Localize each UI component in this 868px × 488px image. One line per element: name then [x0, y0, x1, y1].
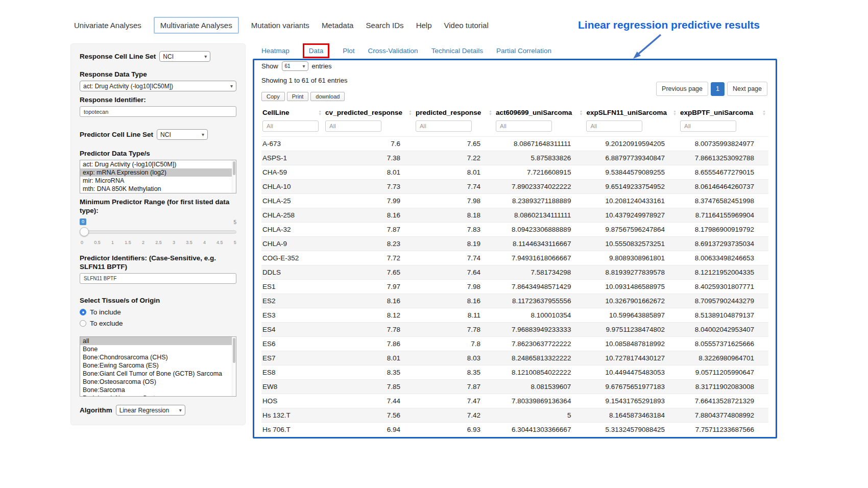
cell-predicted-response: 7.98: [415, 194, 495, 208]
show-entries-select[interactable]: 61 ▾: [282, 61, 308, 71]
cell-expslfn11: 8.1645873463184: [585, 408, 679, 423]
results-table: CellLine ▲▼ cv_predicted_response ▲▼ pre…: [261, 106, 768, 436]
chevron-down-icon: ▾: [204, 54, 207, 59]
cell-expslfn11: 9.53844579089255: [585, 165, 679, 180]
scrollbar[interactable]: [232, 337, 236, 396]
cell-expbptf: 8.00735993824977: [679, 137, 768, 151]
cell-predicted-response: 7.74: [415, 251, 495, 265]
list-option[interactable]: all: [80, 337, 236, 345]
nav-item-mutation-variants[interactable]: Mutation variants: [251, 21, 309, 30]
nav-item-metadata[interactable]: Metadata: [322, 21, 354, 30]
column-header-label: expSLFN11_uniSarcoma: [586, 109, 667, 116]
cell-expbptf: 8.17986900919792: [679, 223, 768, 237]
nav-item-univariate-analyses[interactable]: Univariate Analyses: [74, 21, 141, 30]
nav-item-search-ids[interactable]: Search IDs: [366, 21, 403, 30]
nav-item-multivariate-analyses[interactable]: Multivariate Analyses: [154, 17, 239, 34]
cell-cv-predicted-response: 7.73: [324, 180, 415, 194]
tab-partial-correlation[interactable]: Partial Correlation: [496, 47, 551, 55]
filter-input-cellline[interactable]: [262, 120, 319, 132]
predictor-data-types-listbox[interactable]: act: Drug Activity (-log10[IC50M]) exp: …: [80, 160, 236, 193]
tissue-exclude-radio[interactable]: To exclude: [80, 320, 236, 327]
list-option[interactable]: Bone: [80, 345, 236, 353]
scrollbar-thumb[interactable]: [233, 161, 235, 175]
slider-track[interactable]: [80, 230, 236, 234]
column-header-predicted-response[interactable]: predicted_response ▲▼: [415, 106, 495, 119]
cell-predicted-response: 8.11: [415, 308, 495, 323]
tab-data[interactable]: Data: [303, 43, 330, 58]
list-option[interactable]: Bone:Chondrosarcoma (CHS): [80, 353, 236, 361]
cell-expbptf: 8.31711902083008: [679, 380, 768, 394]
copy-button[interactable]: Copy: [261, 92, 285, 101]
tab-cross-validation[interactable]: Cross-Validation: [368, 47, 418, 55]
cell-cellline: ES7: [261, 351, 324, 365]
cell-expslfn11: 9.8089308961801: [585, 251, 679, 265]
predictor-cell-line-set-select[interactable]: NCI ▾: [157, 129, 208, 140]
list-option[interactable]: Bone:Giant Cell Tumor of Bone (GCTB) Sar…: [80, 370, 236, 378]
sort-icon: ▲▼: [318, 110, 322, 116]
cell-cellline: ES3: [261, 308, 324, 323]
response-identifier-input[interactable]: [80, 106, 236, 117]
cell-act609699: 8.12100854022222: [495, 365, 585, 380]
filter-input-expslfn11[interactable]: [586, 120, 642, 132]
filter-input-cv-predicted-response[interactable]: [325, 120, 381, 132]
tab-heatmap[interactable]: Heatmap: [261, 47, 290, 55]
cell-cellline: ES8: [261, 365, 324, 380]
filter-input-act609699[interactable]: [496, 120, 552, 132]
table-row: Hs 706.T 6.94 6.93 6.30441303366667 5.31…: [261, 423, 768, 437]
column-header-act609699-unisarcoma[interactable]: act609699_uniSarcoma ▲▼: [495, 106, 585, 119]
list-option[interactable]: mir: MicroRNA: [80, 177, 236, 185]
slider-handle[interactable]: [80, 227, 89, 236]
previous-page-button[interactable]: Previous page: [656, 82, 708, 96]
page: Univariate Analyses Multivariate Analyse…: [0, 0, 868, 488]
slider-tick-label: 3.5: [186, 240, 192, 245]
slider-tick-label: 0.5: [94, 240, 101, 245]
print-button[interactable]: Print: [287, 92, 309, 101]
slider-tick-label: 4: [203, 240, 206, 245]
cell-act609699: 7.96883949233333: [495, 323, 585, 337]
min-predictor-range-slider[interactable]: 0 5 00.511.522.533.544.55: [80, 226, 236, 249]
list-option[interactable]: exp: mRNA Expression (log2): [80, 168, 236, 177]
cell-cv-predicted-response: 8.01: [324, 351, 415, 365]
column-header-cv-predicted-response[interactable]: cv_predicted_response ▲▼: [324, 106, 415, 119]
nav-item-video-tutorial[interactable]: Video tutorial: [444, 21, 488, 30]
list-option[interactable]: Bone:Osteosarcoma (OS): [80, 378, 236, 386]
list-option[interactable]: Bone:Sarcoma: [80, 386, 236, 394]
cell-expslfn11: 9.20120919594205: [585, 137, 679, 151]
list-option[interactable]: act: Drug Activity (-log10[IC50M]): [80, 160, 236, 168]
cell-expbptf: 8.00633498246653: [679, 251, 768, 265]
filter-input-expbptf[interactable]: [680, 120, 736, 132]
filter-row: [261, 119, 768, 137]
column-header-label: predicted_response: [416, 109, 481, 116]
filter-input-predicted-response[interactable]: [416, 120, 472, 132]
tab-plot[interactable]: Plot: [343, 47, 354, 55]
table-row: ES4 7.78 7.78 7.96883949233333 9.9751123…: [261, 323, 768, 337]
algorithm-select[interactable]: Linear Regression ▾: [116, 405, 185, 416]
tissue-listbox[interactable]: all Bone Bone:Chondrosarcoma (CHS) Bone:…: [80, 336, 236, 397]
scrollbar-thumb[interactable]: [233, 338, 235, 363]
cell-expbptf: 9.05711205990647: [679, 365, 768, 380]
table-row: A-673 7.6 7.65 8.08671648311111 9.201209…: [261, 137, 768, 151]
response-data-type-select[interactable]: act: Drug Activity (-log10[IC50M]) ▾: [80, 81, 236, 91]
list-option[interactable]: Bone:Ewing Sarcoma (ES): [80, 361, 236, 370]
scrollbar[interactable]: [232, 160, 236, 193]
sidebar-controls: Response Cell Line Set NCI ▾ Response Da…: [70, 43, 246, 425]
column-header-cellline[interactable]: CellLine ▲▼: [261, 106, 324, 119]
page-1-button[interactable]: 1: [711, 82, 725, 96]
list-option[interactable]: mth: DNA 850K Methylation: [80, 185, 236, 193]
download-button[interactable]: download: [310, 92, 345, 101]
tab-technical-details[interactable]: Technical Details: [431, 47, 483, 55]
response-cell-line-set-select[interactable]: NCI ▾: [159, 51, 210, 62]
tissue-include-radio[interactable]: To include: [80, 308, 236, 316]
cell-predicted-response: 7.83: [415, 223, 495, 237]
predictor-identifiers-input[interactable]: [80, 273, 236, 284]
column-header-expbptf-unisarcoma[interactable]: expBPTF_uniSarcoma ▲▼: [679, 106, 768, 119]
column-header-expslfn11-unisarcoma[interactable]: expSLFN11_uniSarcoma ▲▼: [585, 106, 679, 119]
list-option[interactable]: Peripheral_Nervous_System: [80, 394, 236, 397]
cell-cellline: COG-E-352: [261, 251, 324, 265]
chevron-down-icon: ▾: [179, 408, 182, 413]
table-row: CHLA-10 7.73 7.74 7.89023374022222 9.651…: [261, 180, 768, 194]
next-page-button[interactable]: Next page: [727, 82, 767, 96]
cell-predicted-response: 8.16: [415, 294, 495, 308]
nav-item-help[interactable]: Help: [416, 21, 432, 30]
cell-predicted-response: 7.8: [415, 337, 495, 351]
